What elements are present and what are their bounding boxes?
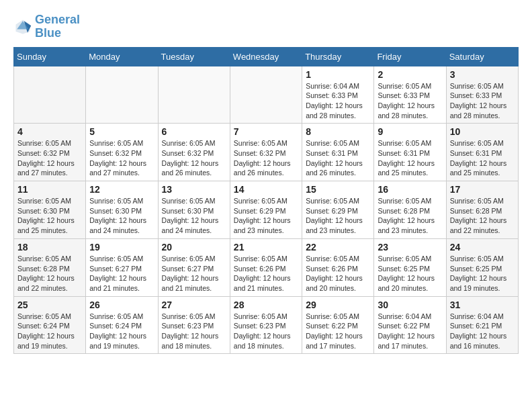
calendar: SundayMondayTuesdayWednesdayThursdayFrid… <box>13 47 519 355</box>
day-number: 9 <box>378 126 442 137</box>
calendar-cell: 12Sunrise: 6:05 AM Sunset: 6:30 PM Dayli… <box>86 181 158 239</box>
day-info: Sunrise: 6:05 AM Sunset: 6:22 PM Dayligh… <box>306 312 370 351</box>
day-number: 6 <box>162 126 226 137</box>
day-number: 8 <box>306 126 370 137</box>
day-info: Sunrise: 6:04 AM Sunset: 6:33 PM Dayligh… <box>306 81 370 121</box>
day-of-week-header: Wednesday <box>230 47 302 66</box>
calendar-cell: 5Sunrise: 6:05 AM Sunset: 6:32 PM Daylig… <box>86 124 158 181</box>
day-number: 13 <box>162 184 226 195</box>
calendar-cell: 6Sunrise: 6:05 AM Sunset: 6:32 PM Daylig… <box>158 124 230 181</box>
calendar-cell: 24Sunrise: 6:05 AM Sunset: 6:25 PM Dayli… <box>446 238 518 296</box>
day-number: 5 <box>89 126 154 137</box>
calendar-cell: 26Sunrise: 6:05 AM Sunset: 6:24 PM Dayli… <box>86 296 158 354</box>
day-number: 14 <box>234 184 298 195</box>
day-of-week-header: Friday <box>374 47 446 66</box>
day-number: 20 <box>162 242 226 253</box>
calendar-cell: 9Sunrise: 6:05 AM Sunset: 6:31 PM Daylig… <box>374 124 446 181</box>
day-info: Sunrise: 6:05 AM Sunset: 6:29 PM Dayligh… <box>306 196 370 236</box>
calendar-cell: 20Sunrise: 6:05 AM Sunset: 6:27 PM Dayli… <box>158 238 230 296</box>
calendar-cell: 13Sunrise: 6:05 AM Sunset: 6:30 PM Dayli… <box>158 181 230 239</box>
calendar-cell: 1Sunrise: 6:04 AM Sunset: 6:33 PM Daylig… <box>302 66 374 124</box>
day-info: Sunrise: 6:05 AM Sunset: 6:32 PM Dayligh… <box>17 138 82 178</box>
day-of-week-header: Tuesday <box>158 47 230 66</box>
day-of-week-header: Saturday <box>446 47 518 66</box>
day-info: Sunrise: 6:05 AM Sunset: 6:27 PM Dayligh… <box>162 254 226 293</box>
day-info: Sunrise: 6:05 AM Sunset: 6:30 PM Dayligh… <box>89 196 154 236</box>
calendar-header-row: SundayMondayTuesdayWednesdayThursdayFrid… <box>14 47 519 66</box>
calendar-cell: 11Sunrise: 6:05 AM Sunset: 6:30 PM Dayli… <box>14 181 86 239</box>
calendar-cell: 7Sunrise: 6:05 AM Sunset: 6:32 PM Daylig… <box>230 124 302 181</box>
day-number: 16 <box>378 184 442 195</box>
calendar-cell <box>14 66 86 124</box>
day-info: Sunrise: 6:05 AM Sunset: 6:30 PM Dayligh… <box>162 196 226 236</box>
day-of-week-header: Sunday <box>14 47 86 66</box>
day-info: Sunrise: 6:05 AM Sunset: 6:24 PM Dayligh… <box>17 312 82 351</box>
day-info: Sunrise: 6:05 AM Sunset: 6:32 PM Dayligh… <box>234 138 298 178</box>
day-info: Sunrise: 6:05 AM Sunset: 6:25 PM Dayligh… <box>450 254 515 293</box>
day-info: Sunrise: 6:05 AM Sunset: 6:30 PM Dayligh… <box>17 196 82 236</box>
day-info: Sunrise: 6:05 AM Sunset: 6:23 PM Dayligh… <box>234 312 298 351</box>
calendar-cell: 29Sunrise: 6:05 AM Sunset: 6:22 PM Dayli… <box>302 296 374 354</box>
calendar-cell: 25Sunrise: 6:05 AM Sunset: 6:24 PM Dayli… <box>14 296 86 354</box>
day-number: 24 <box>450 242 515 253</box>
calendar-cell: 2Sunrise: 6:05 AM Sunset: 6:33 PM Daylig… <box>374 66 446 124</box>
logo: GeneralBlue <box>13 13 80 40</box>
calendar-cell: 14Sunrise: 6:05 AM Sunset: 6:29 PM Dayli… <box>230 181 302 239</box>
day-number: 19 <box>89 242 154 253</box>
calendar-cell: 3Sunrise: 6:05 AM Sunset: 6:33 PM Daylig… <box>446 66 518 124</box>
calendar-week-row: 25Sunrise: 6:05 AM Sunset: 6:24 PM Dayli… <box>14 296 519 354</box>
day-number: 4 <box>17 126 82 137</box>
calendar-cell: 30Sunrise: 6:04 AM Sunset: 6:22 PM Dayli… <box>374 296 446 354</box>
day-info: Sunrise: 6:05 AM Sunset: 6:32 PM Dayligh… <box>89 138 154 178</box>
calendar-cell: 27Sunrise: 6:05 AM Sunset: 6:23 PM Dayli… <box>158 296 230 354</box>
calendar-cell: 19Sunrise: 6:05 AM Sunset: 6:27 PM Dayli… <box>86 238 158 296</box>
day-info: Sunrise: 6:05 AM Sunset: 6:31 PM Dayligh… <box>378 138 442 178</box>
day-number: 11 <box>17 184 82 195</box>
day-info: Sunrise: 6:05 AM Sunset: 6:29 PM Dayligh… <box>234 196 298 236</box>
day-number: 26 <box>89 300 154 310</box>
day-info: Sunrise: 6:05 AM Sunset: 6:28 PM Dayligh… <box>17 254 82 293</box>
calendar-cell <box>86 66 158 124</box>
calendar-cell: 18Sunrise: 6:05 AM Sunset: 6:28 PM Dayli… <box>14 238 86 296</box>
day-number: 30 <box>378 300 442 310</box>
day-info: Sunrise: 6:05 AM Sunset: 6:26 PM Dayligh… <box>306 254 370 293</box>
day-info: Sunrise: 6:05 AM Sunset: 6:24 PM Dayligh… <box>89 312 154 351</box>
calendar-week-row: 18Sunrise: 6:05 AM Sunset: 6:28 PM Dayli… <box>14 238 519 296</box>
logo-icon <box>13 17 32 36</box>
day-info: Sunrise: 6:04 AM Sunset: 6:21 PM Dayligh… <box>450 312 515 351</box>
day-number: 18 <box>17 242 82 253</box>
header: GeneralBlue <box>13 13 519 40</box>
calendar-cell: 28Sunrise: 6:05 AM Sunset: 6:23 PM Dayli… <box>230 296 302 354</box>
day-info: Sunrise: 6:05 AM Sunset: 6:32 PM Dayligh… <box>162 138 226 178</box>
day-number: 27 <box>162 300 226 310</box>
day-info: Sunrise: 6:05 AM Sunset: 6:27 PM Dayligh… <box>89 254 154 293</box>
day-info: Sunrise: 6:05 AM Sunset: 6:28 PM Dayligh… <box>450 196 515 236</box>
calendar-week-row: 11Sunrise: 6:05 AM Sunset: 6:30 PM Dayli… <box>14 181 519 239</box>
calendar-cell: 21Sunrise: 6:05 AM Sunset: 6:26 PM Dayli… <box>230 238 302 296</box>
calendar-cell <box>230 66 302 124</box>
day-number: 17 <box>450 184 515 195</box>
day-number: 28 <box>234 300 298 310</box>
day-info: Sunrise: 6:05 AM Sunset: 6:26 PM Dayligh… <box>234 254 298 293</box>
day-number: 12 <box>89 184 154 195</box>
day-info: Sunrise: 6:04 AM Sunset: 6:22 PM Dayligh… <box>378 312 442 351</box>
calendar-cell: 31Sunrise: 6:04 AM Sunset: 6:21 PM Dayli… <box>446 296 518 354</box>
calendar-cell: 22Sunrise: 6:05 AM Sunset: 6:26 PM Dayli… <box>302 238 374 296</box>
day-info: Sunrise: 6:05 AM Sunset: 6:31 PM Dayligh… <box>306 138 370 178</box>
day-info: Sunrise: 6:05 AM Sunset: 6:23 PM Dayligh… <box>162 312 226 351</box>
day-number: 3 <box>450 69 515 80</box>
calendar-cell: 23Sunrise: 6:05 AM Sunset: 6:25 PM Dayli… <box>374 238 446 296</box>
day-number: 15 <box>306 184 370 195</box>
day-of-week-header: Thursday <box>302 47 374 66</box>
logo-text: GeneralBlue <box>35 13 80 40</box>
day-info: Sunrise: 6:05 AM Sunset: 6:28 PM Dayligh… <box>378 196 442 236</box>
day-number: 31 <box>450 300 515 310</box>
calendar-cell: 4Sunrise: 6:05 AM Sunset: 6:32 PM Daylig… <box>14 124 86 181</box>
day-info: Sunrise: 6:05 AM Sunset: 6:33 PM Dayligh… <box>450 81 515 121</box>
day-number: 7 <box>234 126 298 137</box>
calendar-week-row: 4Sunrise: 6:05 AM Sunset: 6:32 PM Daylig… <box>14 124 519 181</box>
day-info: Sunrise: 6:05 AM Sunset: 6:33 PM Dayligh… <box>378 81 442 121</box>
calendar-cell: 15Sunrise: 6:05 AM Sunset: 6:29 PM Dayli… <box>302 181 374 239</box>
day-number: 23 <box>378 242 442 253</box>
calendar-cell: 17Sunrise: 6:05 AM Sunset: 6:28 PM Dayli… <box>446 181 518 239</box>
